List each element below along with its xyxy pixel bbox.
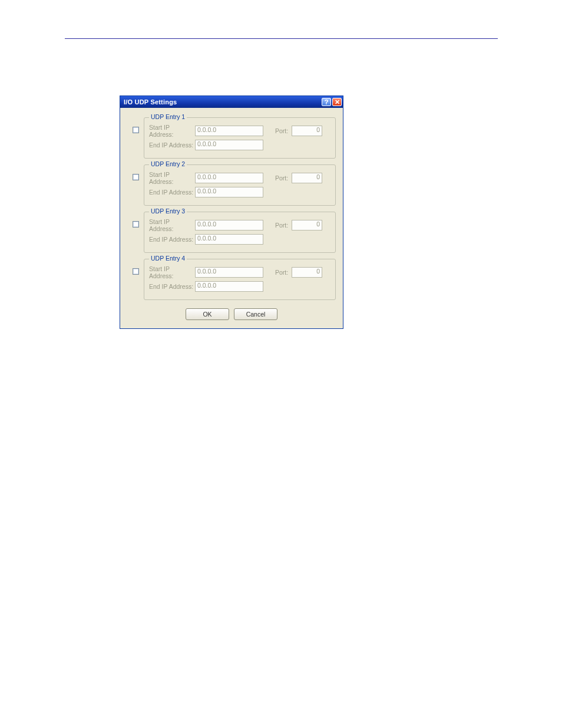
input-value: 0.0.0.0: [197, 235, 216, 242]
end-ip-label: End IP Address:: [149, 189, 195, 196]
udp-entry-4-legend: UDP Entry 4: [149, 255, 187, 262]
field-row: End IP Address: 0.0.0.0: [149, 186, 330, 198]
start-ip-label: Start IP Address:: [149, 265, 195, 279]
titlebar[interactable]: I/O UDP Settings ? ✕: [120, 96, 343, 108]
udp-entry-row-3: UDP Entry 3 Start IP Address: 0.0.0.0 Po…: [127, 208, 336, 253]
udp-entry-2-end-ip-input[interactable]: 0.0.0.0: [195, 187, 263, 197]
start-ip-label: Start IP Address:: [149, 124, 195, 138]
udp-entry-3-end-ip-input[interactable]: 0.0.0.0: [195, 234, 263, 245]
udp-entry-1-start-ip-input[interactable]: 0.0.0.0: [195, 126, 263, 136]
udp-entry-4-start-ip-input[interactable]: 0.0.0.0: [195, 267, 263, 278]
udp-entry-row-1: UDP Entry 1 Start IP Address: 0.0.0.0 Po…: [127, 114, 336, 159]
button-label: Cancel: [246, 311, 266, 318]
port-label: Port:: [275, 269, 292, 276]
input-value: 0: [316, 126, 320, 133]
udp-entry-4-group: UDP Entry 4 Start IP Address: 0.0.0.0 Po…: [144, 259, 336, 300]
close-button[interactable]: ✕: [332, 98, 342, 106]
field-row: End IP Address: 0.0.0.0: [149, 139, 330, 151]
input-value: 0.0.0.0: [197, 126, 216, 133]
entry-checkbox-col: [127, 255, 144, 275]
udp-entry-1-group: UDP Entry 1 Start IP Address: 0.0.0.0 Po…: [144, 117, 336, 159]
field-row: Start IP Address: 0.0.0.0 Port: 0: [149, 125, 330, 137]
udp-entry-row-2: UDP Entry 2 Start IP Address: 0.0.0.0 Po…: [127, 161, 336, 206]
udp-entry-3-port-input[interactable]: 0: [292, 220, 322, 230]
field-row: Start IP Address: 0.0.0.0 Port: 0: [149, 219, 330, 231]
help-button[interactable]: ?: [322, 98, 331, 106]
input-value: 0.0.0.0: [197, 282, 216, 289]
titlebar-buttons: ? ✕: [322, 98, 342, 106]
input-value: 0: [316, 268, 320, 275]
udp-entry-4-checkbox[interactable]: [133, 268, 139, 275]
page-root: I/O UDP Settings ? ✕ UDP Entry 1: [0, 0, 562, 728]
port-label: Port:: [275, 174, 292, 182]
field-row: End IP Address: 0.0.0.0: [149, 233, 330, 245]
start-ip-label: Start IP Address:: [149, 218, 195, 232]
dialog-body: UDP Entry 1 Start IP Address: 0.0.0.0 Po…: [120, 108, 343, 328]
end-ip-label: End IP Address:: [149, 141, 195, 149]
udp-entry-1-port-input[interactable]: 0: [292, 126, 322, 136]
end-ip-label: End IP Address:: [149, 236, 195, 243]
udp-entry-4-port-input[interactable]: 0: [292, 267, 322, 278]
udp-entry-2-group: UDP Entry 2 Start IP Address: 0.0.0.0 Po…: [144, 164, 336, 206]
udp-entry-4-end-ip-input[interactable]: 0.0.0.0: [195, 281, 263, 292]
cancel-button[interactable]: Cancel: [234, 308, 277, 320]
field-row: Start IP Address: 0.0.0.0 Port: 0: [149, 266, 330, 278]
port-label: Port:: [275, 127, 292, 134]
input-value: 0: [316, 220, 320, 228]
udp-entry-2-port-input[interactable]: 0: [292, 173, 322, 183]
input-value: 0.0.0.0: [197, 140, 216, 147]
header-divider: [65, 38, 498, 39]
ok-button[interactable]: OK: [186, 308, 229, 320]
field-row: End IP Address: 0.0.0.0: [149, 281, 330, 292]
udp-entry-3-group: UDP Entry 3 Start IP Address: 0.0.0.0 Po…: [144, 212, 336, 253]
entry-checkbox-col: [127, 114, 144, 133]
io-udp-settings-dialog: I/O UDP Settings ? ✕ UDP Entry 1: [120, 95, 343, 329]
udp-entry-1-checkbox[interactable]: [133, 127, 139, 133]
input-value: 0.0.0.0: [197, 268, 216, 275]
entry-checkbox-col: [127, 161, 144, 180]
start-ip-label: Start IP Address:: [149, 171, 195, 185]
udp-entry-2-checkbox[interactable]: [133, 174, 139, 180]
port-label: Port:: [275, 222, 292, 229]
input-value: 0.0.0.0: [197, 220, 216, 228]
udp-entry-3-checkbox[interactable]: [133, 221, 139, 228]
udp-entry-1-end-ip-input[interactable]: 0.0.0.0: [195, 140, 263, 150]
input-value: 0.0.0.0: [197, 187, 216, 195]
udp-entry-2-legend: UDP Entry 2: [149, 160, 187, 167]
input-value: 0: [316, 173, 320, 180]
entry-checkbox-col: [127, 208, 144, 228]
udp-entry-3-start-ip-input[interactable]: 0.0.0.0: [195, 220, 263, 230]
close-icon: ✕: [335, 99, 340, 106]
dialog-title: I/O UDP Settings: [124, 98, 322, 106]
udp-entry-1-legend: UDP Entry 1: [149, 113, 187, 120]
question-icon: ?: [325, 99, 329, 106]
input-value: 0.0.0.0: [197, 173, 216, 180]
udp-entry-row-4: UDP Entry 4 Start IP Address: 0.0.0.0 Po…: [127, 255, 336, 300]
udp-entry-2-start-ip-input[interactable]: 0.0.0.0: [195, 173, 263, 183]
dialog-button-row: OK Cancel: [127, 302, 336, 322]
udp-entry-3-legend: UDP Entry 3: [149, 207, 187, 215]
end-ip-label: End IP Address:: [149, 283, 195, 290]
field-row: Start IP Address: 0.0.0.0 Port: 0: [149, 172, 330, 184]
button-label: OK: [203, 311, 211, 318]
